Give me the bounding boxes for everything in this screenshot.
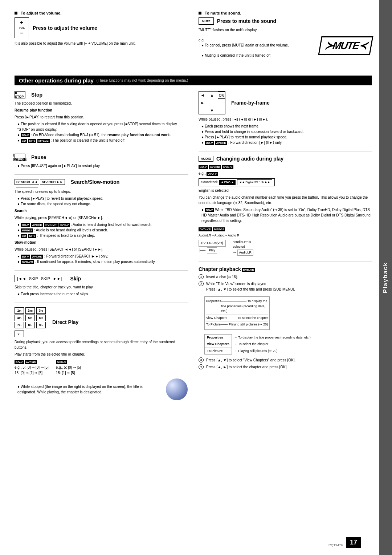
mute-display: ≻MUTE≺ bbox=[318, 36, 373, 55]
search-title: Search/Slow-motion bbox=[71, 179, 120, 185]
chapter-tag: DVD-VR bbox=[242, 268, 256, 272]
dp-eg3: e.g., 5: [0] ⇒ [5] bbox=[56, 365, 81, 370]
mute-bullet1: To cancel, press [MUTE] again or adjust … bbox=[201, 43, 314, 48]
frame-b2: Press and hold to change in succession f… bbox=[201, 129, 372, 134]
audio-flow: AudioLR→AudioL→Audio R bbox=[199, 233, 372, 238]
skip-icons: |◄◄ SKIP SKIP ►►| bbox=[15, 275, 64, 282]
step4-num: 4 bbox=[199, 364, 204, 369]
search-b4: MPEG2 : Audio is not heard during all le… bbox=[17, 227, 188, 233]
slow-header: Slow-motion bbox=[15, 240, 188, 245]
other-ops-header: Other operations during play (These func… bbox=[15, 76, 372, 85]
step2b: Press [▲, ▼] to select the title and pre… bbox=[206, 287, 295, 292]
dp-eg4: 15: [1] ⇒ [5] bbox=[56, 370, 81, 376]
audio-icon: AUDIO bbox=[199, 156, 213, 162]
arrow-up: ▲ bbox=[206, 92, 218, 99]
skip-title: Skip bbox=[70, 276, 81, 281]
step1-num: 1 bbox=[199, 274, 204, 279]
pause-section: II PAUSE Pause Press [IIPAUSE] again or … bbox=[15, 154, 188, 169]
mute-note1: "MUTE" flashes on the unit's display. bbox=[199, 28, 314, 33]
stop-bullet2: BD-V : On BD-Video discs including BD-J … bbox=[17, 132, 188, 138]
direct-play-body: During playback, you can access specific… bbox=[15, 339, 188, 350]
direct-play-section: 1st 2nd 3rd 4th 5th 6th 7th 8th 9th bbox=[15, 307, 188, 400]
other-ops-sub: (These functions may not work depending … bbox=[97, 78, 188, 82]
search-b2: For some discs, the speed may not change… bbox=[17, 201, 188, 207]
mute-button[interactable]: MUTE bbox=[199, 17, 214, 25]
frame-b1: Each press shows the next frame. bbox=[201, 123, 372, 129]
doc-ref: RQT9479 bbox=[328, 543, 343, 547]
playback-tab: Playback bbox=[379, 0, 392, 555]
step2-num: 2 bbox=[199, 281, 204, 286]
minus-icon: − bbox=[20, 30, 23, 36]
skip-section: |◄◄ SKIP SKIP ►►| Skip Skip to the title… bbox=[15, 275, 188, 297]
slow-body: While paused, press [SEARCH◄◄] or [SEARC… bbox=[15, 247, 188, 252]
search-section: SEARCH ◄◄ SEARCH ►► Search/Slow-motion T… bbox=[15, 179, 188, 264]
audio-section: AUDIO Changing audio during play BD-V AV… bbox=[199, 156, 372, 256]
search-b1: Press [►PLAY] to revert to normal playba… bbox=[17, 196, 188, 201]
search-body: The speed increases up to 5 steps. bbox=[15, 189, 188, 194]
dp-eg1: e.g., 5: [0] ⇒ [0] ⇒ [5] bbox=[15, 365, 49, 370]
chapter-menu-box: Properties ─────────── To display the ti… bbox=[204, 296, 270, 330]
dp-stopped: While stopped (the image on the right is… bbox=[17, 384, 159, 395]
dp-eg2: 15: [0] ⇒ [1] ⇒ [5] bbox=[15, 370, 49, 376]
frame-b3: Press [►PLAY] to revert to normal playba… bbox=[201, 134, 372, 140]
stop-note: The stopped position is memorized. bbox=[15, 101, 188, 106]
frame-section: ▲ ◄ OK ► ▼ Frame-by-frame While paused, … bbox=[199, 91, 372, 145]
audio-bar: Soundtrack ◄ ENG ► ◄◄ Digital 3/2.1ch ►► bbox=[199, 178, 275, 186]
volume-button[interactable]: + VOL − bbox=[15, 17, 29, 38]
arrow-left: ◄ bbox=[199, 92, 206, 99]
stop-bullet3: CD MP3 MPEG2 : The position is cleared i… bbox=[17, 138, 188, 143]
step3-num: 3 bbox=[199, 357, 204, 362]
stop-section: ■ STOP Stop The stopped position is memo… bbox=[15, 91, 188, 143]
arrow-right: ► bbox=[199, 99, 206, 107]
vol-label: VOL bbox=[19, 26, 25, 29]
pause-bullet: Press [IIPAUSE] again or [►PLAY] to rest… bbox=[17, 163, 188, 169]
step3: Press [▲, ▼] to select "View Chapters" a… bbox=[206, 357, 295, 363]
disc-image bbox=[166, 378, 188, 400]
press-volume-label: Press to adjust the volume bbox=[33, 25, 97, 31]
direct-play-title: Direct Play bbox=[52, 319, 78, 325]
search-b3: BD-V AVCHD DVD-VR DVD-V : Audio is heard… bbox=[17, 222, 188, 227]
english-selected: English is selected bbox=[199, 188, 372, 193]
audio-body1: You can change the audio channel number … bbox=[199, 195, 372, 206]
resume-header: Resume play function bbox=[15, 108, 188, 113]
search-body2: While playing, press [SEARCH◄◄] or [SEAR… bbox=[15, 215, 188, 220]
frame-title: Frame-by-frame bbox=[231, 100, 270, 106]
other-ops-title: Other operations during play bbox=[19, 77, 94, 84]
slow-b2: DVD-VR : If continued for approx. 5 minu… bbox=[17, 259, 188, 264]
black-square-icon bbox=[199, 12, 201, 15]
vol-note: It is also possible to adjust the volume… bbox=[15, 41, 188, 46]
mute-header: To mute the sound. bbox=[205, 11, 241, 15]
step1: Insert a disc (⇒ 16). bbox=[206, 274, 238, 280]
numpad: 1st 2nd 3rd 4th 5th 6th 7th 8th 9th bbox=[15, 307, 46, 328]
pause-icon: II PAUSE bbox=[15, 154, 25, 161]
skip-body: Skip to the title, chapter or track you … bbox=[15, 284, 188, 290]
black-square-icon bbox=[15, 12, 17, 15]
arrow-down: ▼ bbox=[206, 107, 218, 114]
audio-title: Changing audio during play bbox=[216, 156, 283, 162]
stop-icon: ■ STOP bbox=[15, 91, 25, 98]
resume-body: Press [►PLAY] to restart from this posit… bbox=[15, 114, 188, 120]
audio-b1: BD-V When "BD-Video Secondary Audio" (⇒ … bbox=[201, 207, 372, 223]
skip-bullet: Each press increases the number of skips… bbox=[17, 291, 188, 297]
direct-play-body2: Play starts from the selected title or c… bbox=[15, 352, 188, 357]
stop-title: Stop bbox=[31, 92, 42, 98]
mute-button-label: MUTE bbox=[202, 20, 211, 23]
chapter-section: Chapter playback DVD-VR 1 Insert a disc … bbox=[199, 266, 372, 370]
frame-b4: BD-V AVCHD : Forward direction [►] (II►)… bbox=[201, 140, 372, 145]
chapter-title: Chapter playback bbox=[199, 266, 241, 272]
pause-title: Pause bbox=[31, 154, 46, 160]
step2: While "Title View" screen is displayed bbox=[206, 281, 295, 287]
mute-bullet2: Muting is canceled if the unit is turned… bbox=[201, 53, 314, 58]
stop-bullet1: The position is cleared if the sliding d… bbox=[17, 121, 188, 132]
mute-note2: e.g. bbox=[199, 38, 205, 42]
plus-icon: + bbox=[20, 19, 23, 26]
audio-eg-label: e.g., DVD-V bbox=[199, 171, 372, 176]
search-icons: SEARCH ◄◄ SEARCH ►► bbox=[15, 179, 65, 185]
page-number: 17 bbox=[346, 537, 361, 548]
frame-note: While paused, press [◄] (◄II) or [►] (II… bbox=[199, 117, 372, 122]
slow-b1: BD-V AVCHD : Forward direction [SEARCH►►… bbox=[17, 254, 188, 259]
ok-button[interactable]: OK bbox=[218, 92, 225, 99]
vol-header: To adjust the volume. bbox=[21, 11, 61, 15]
search-header: Search bbox=[15, 208, 188, 214]
press-mute-label: Press to mute the sound bbox=[217, 18, 276, 24]
